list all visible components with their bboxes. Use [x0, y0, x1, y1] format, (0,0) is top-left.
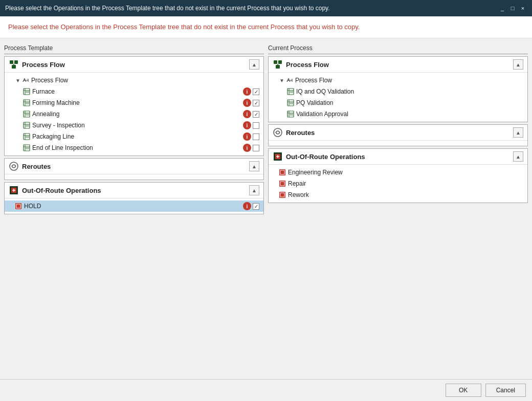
restore-button[interactable]: □ [508, 4, 517, 12]
right-reroutes-header: Reroutes ▲ [269, 125, 527, 141]
furnace-checkbox[interactable] [253, 88, 259, 95]
cancel-button[interactable]: Cancel [485, 384, 526, 397]
eol-op-icon [23, 144, 30, 151]
left-pf-packaging: Packaging Line i [5, 131, 263, 142]
right-pf-iq-label: IQ and OQ Validation [296, 88, 523, 95]
right-pf-pq-label: PQ Validation [296, 99, 523, 106]
svg-rect-18 [26, 114, 29, 116]
right-process-flow-up-btn[interactable]: ▲ [513, 59, 523, 70]
right-pf-root-icon [286, 77, 293, 84]
left-pf-annealing: Annealing i [5, 108, 263, 120]
right-oor-up-btn[interactable]: ▲ [513, 151, 523, 162]
right-pf-root: ▼ Process Flow [269, 75, 527, 86]
right-oor-rework-label: Rework [288, 191, 523, 198]
ok-button[interactable]: OK [446, 384, 481, 397]
hold-info-btn[interactable]: i [243, 202, 251, 210]
packaging-info-btn[interactable]: i [243, 132, 251, 141]
close-button[interactable]: × [519, 4, 527, 12]
svg-rect-22 [26, 125, 29, 127]
reroutes-icon [9, 161, 19, 171]
left-process-flow-title: Process Flow [22, 61, 249, 69]
hold-checkbox[interactable] [253, 203, 259, 210]
left-oor-section: Out-Of-Route Operations ▲ HOLD [4, 182, 264, 214]
right-process-flow-header: Process Flow ▲ [269, 57, 527, 73]
survey-info-btn[interactable]: i [243, 121, 251, 129]
hold-op-icon [15, 203, 22, 210]
left-oor-header: Out-Of-Route Operations ▲ [5, 183, 263, 198]
expand-icon[interactable]: ▼ [15, 77, 21, 83]
bottom-bar: OK Cancel [0, 379, 532, 401]
right-reroutes-content [269, 141, 527, 146]
left-pf-packaging-label: Packaging Line [32, 133, 241, 140]
left-pf-root: ▼ Process Flow [5, 75, 263, 86]
svg-rect-0 [10, 60, 13, 64]
left-oor-title: Out-Of-Route Operations [22, 187, 249, 194]
left-oor-hold[interactable]: HOLD i [5, 201, 263, 212]
main-window: Please select the Operations in the Proc… [0, 0, 532, 401]
forming-op-icon [23, 99, 30, 106]
window-title: Please select the Operations in the Proc… [5, 5, 498, 12]
right-oor-rework: Rework [269, 189, 527, 201]
left-process-flow-header: Process Flow ▲ [5, 57, 263, 73]
right-reroutes-title: Reroutes [286, 129, 513, 137]
left-process-flow-up-btn[interactable]: ▲ [249, 59, 259, 70]
furnace-op-icon [23, 88, 30, 95]
eol-checkbox[interactable] [253, 145, 259, 151]
right-pf-va: Validation Approval [269, 108, 527, 120]
svg-rect-26 [26, 136, 29, 138]
packaging-controls: i [243, 132, 259, 141]
svg-rect-48 [290, 91, 293, 93]
right-pf-va-label: Validation Approval [296, 110, 523, 118]
right-oor-icon [273, 151, 283, 162]
left-reroutes-up-btn[interactable]: ▲ [249, 161, 259, 171]
forming-checkbox[interactable] [253, 100, 259, 106]
left-process-flow-section: Process Flow ▲ ▼ [4, 56, 264, 156]
eol-info-btn[interactable]: i [243, 144, 251, 152]
right-process-flow-content: ▼ Process Flow [269, 73, 527, 122]
left-panel: Process Template Process Flow [4, 42, 264, 375]
right-process-flow-section: Process Flow ▲ ▼ [268, 56, 528, 122]
right-oor-header: Out-Of-Route Operations ▲ [269, 149, 527, 165]
title-bar: Please select the Operations in the Proc… [0, 0, 532, 16]
left-process-flow-content: ▼ Process Flow [5, 73, 263, 155]
hold-controls: i [243, 202, 259, 210]
oor-icon [9, 185, 19, 195]
right-pf-root-label: Process Flow [295, 77, 523, 84]
right-reroutes-icon [273, 127, 283, 138]
right-pf-pq: PQ Validation [269, 97, 527, 108]
minimize-button[interactable]: _ [498, 4, 506, 12]
svg-rect-14 [26, 102, 29, 104]
pf-root-icon [22, 77, 29, 84]
forming-info-btn[interactable]: i [243, 99, 251, 107]
right-oor-section: Out-Of-Route Operations ▲ Engineering Re… [268, 148, 528, 203]
right-pf-iq: IQ and OQ Validation [269, 86, 527, 97]
right-reroutes-up-btn[interactable]: ▲ [513, 127, 523, 138]
content-area: Please select the Operations in the Proc… [0, 16, 532, 401]
svg-rect-52 [290, 102, 293, 104]
furnace-controls: i [243, 87, 259, 96]
packaging-checkbox[interactable] [253, 133, 259, 140]
eol-controls: i [243, 144, 259, 152]
survey-op-icon [23, 122, 30, 129]
main-area: Process Template Process Flow [0, 38, 532, 379]
left-oor-up-btn[interactable]: ▲ [249, 185, 259, 195]
left-reroutes-section: Reroutes ▲ [4, 158, 264, 180]
survey-checkbox[interactable] [253, 122, 259, 129]
annealing-checkbox[interactable] [253, 111, 259, 118]
left-pf-forming: Forming Machine i [5, 97, 263, 108]
iq-op-icon [287, 88, 294, 95]
forming-controls: i [243, 99, 259, 107]
er-op-icon [279, 169, 286, 176]
svg-rect-38 [274, 60, 277, 64]
instruction-bar: Please select the Operations in the Proc… [0, 16, 532, 38]
repair-op-icon [279, 180, 286, 187]
annealing-info-btn[interactable]: i [243, 110, 251, 118]
left-pf-furnace-label: Furnace [32, 88, 241, 95]
right-process-flow-title: Process Flow [286, 61, 513, 69]
furnace-info-btn[interactable]: i [243, 87, 251, 96]
pq-op-icon [287, 99, 294, 106]
right-expand-icon[interactable]: ▼ [279, 77, 285, 83]
left-reroutes-header: Reroutes ▲ [5, 159, 263, 174]
right-oor-title: Out-Of-Route Operations [286, 153, 513, 161]
process-flow-icon [9, 59, 19, 70]
